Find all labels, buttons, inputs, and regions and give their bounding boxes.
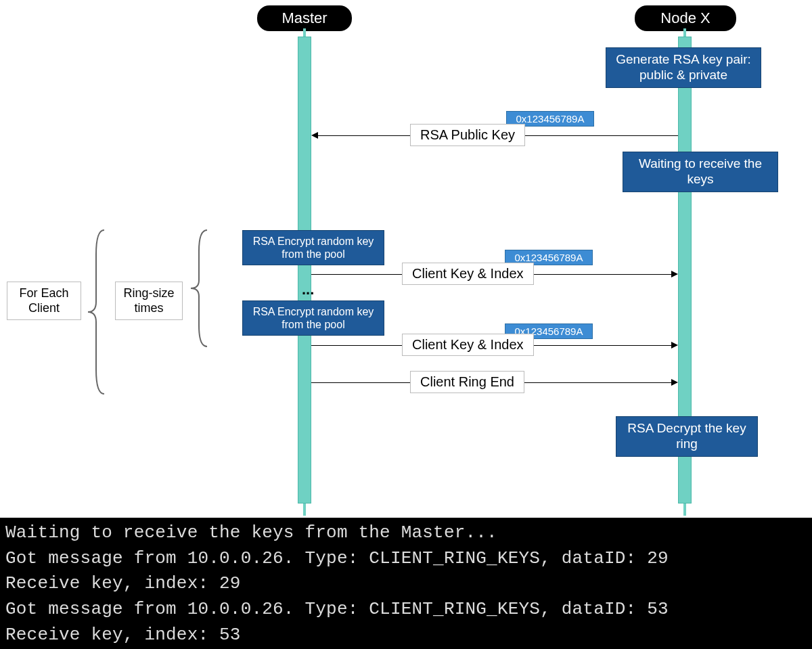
box-encrypt-2: RSA Encrypt random key from the pool <box>242 300 384 336</box>
master-stem-top <box>303 28 306 37</box>
nodex-stem-bot <box>683 503 686 516</box>
box-decrypt: RSA Decrypt the key ring <box>616 416 758 457</box>
terminal-line-2: Got message from 10.0.0.26. Type: CLIENT… <box>5 548 669 568</box>
terminal-output: Waiting to receive the keys from the Mas… <box>0 518 812 649</box>
terminal-line-4: Got message from 10.0.0.26. Type: CLIENT… <box>5 599 669 619</box>
master-activation <box>298 37 311 503</box>
actor-nodex: Node X <box>635 5 736 31</box>
msg-client-key-index-2: Client Key & Index <box>402 334 534 356</box>
note-ring-size-times: Ring-size times <box>115 282 183 320</box>
arrow-pubkey-head <box>311 132 318 139</box>
arrow-cki2-head <box>671 342 678 349</box>
arrow-ringend-head <box>671 379 678 386</box>
box-waiting: Waiting to receive the keys <box>623 152 778 192</box>
brace-inner <box>188 227 208 349</box>
box-encrypt-1: RSA Encrypt random key from the pool <box>242 230 384 265</box>
msg-client-ring-end: Client Ring End <box>410 371 524 393</box>
master-stem-bot <box>303 503 306 516</box>
msg-rsa-public-key: RSA Public Key <box>410 124 525 146</box>
note-for-each-client: For Each Client <box>7 282 81 320</box>
terminal-line-1: Waiting to receive the keys from the Mas… <box>5 522 497 543</box>
actor-master: Master <box>257 5 352 31</box>
ellipsis: ... <box>302 281 314 298</box>
terminal-line-3: Receive key, index: 29 <box>5 573 241 594</box>
msg-client-key-index-1: Client Key & Index <box>402 263 534 285</box>
nodex-stem-top <box>683 28 686 37</box>
terminal-line-5: Receive key, index: 53 <box>5 625 241 645</box>
box-generate-rsa: Generate RSA key pair: public & private <box>606 47 761 88</box>
arrow-cki1-head <box>671 271 678 277</box>
brace-outer <box>85 227 106 397</box>
sequence-diagram: Master Node X Generate RSA key pair: pub… <box>0 0 812 518</box>
